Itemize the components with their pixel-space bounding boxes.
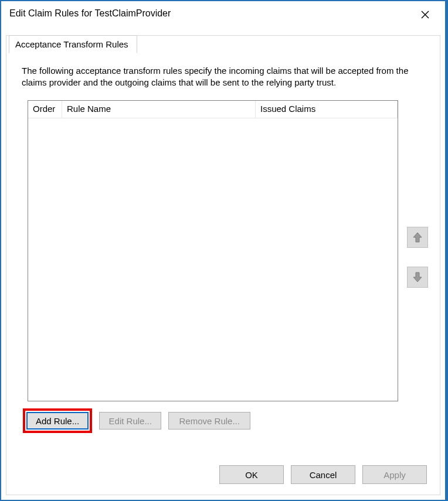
arrow-up-icon [412,231,423,243]
description-text: The following acceptance transform rules… [22,65,425,89]
rules-table[interactable]: Order Rule Name Issued Claims [28,100,398,401]
content-panel: Acceptance Transform Rules The following… [6,35,440,495]
dialog-window: Edit Claim Rules for TestClaimProvider A… [0,0,448,501]
column-header-rule-name[interactable]: Rule Name [62,101,256,118]
dialog-buttons: OK Cancel Apply [219,465,427,484]
highlight-add-rule: Add Rule... [23,408,92,433]
cancel-button[interactable]: Cancel [291,465,355,484]
rule-action-buttons: Add Rule... Edit Rule... Remove Rule... [23,408,250,433]
edit-rule-button: Edit Rule... [99,412,161,430]
rules-table-header: Order Rule Name Issued Claims [28,101,398,118]
add-rule-button[interactable]: Add Rule... [26,412,89,430]
tab-strip: Acceptance Transform Rules [9,35,137,53]
ok-button[interactable]: OK [219,465,284,484]
remove-rule-button: Remove Rule... [168,412,250,430]
arrow-down-icon [412,271,423,283]
tab-acceptance-transform-rules[interactable]: Acceptance Transform Rules [9,35,137,53]
titlebar: Edit Claim Rules for TestClaimProvider [1,1,445,26]
column-header-order[interactable]: Order [28,101,62,118]
close-icon [421,11,429,19]
move-up-button[interactable] [407,227,428,248]
apply-button: Apply [362,465,427,484]
close-button[interactable] [413,6,437,23]
dialog-title: Edit Claim Rules for TestClaimProvider [9,6,171,19]
move-down-button[interactable] [407,267,428,288]
column-header-issued-claims[interactable]: Issued Claims [256,101,398,118]
